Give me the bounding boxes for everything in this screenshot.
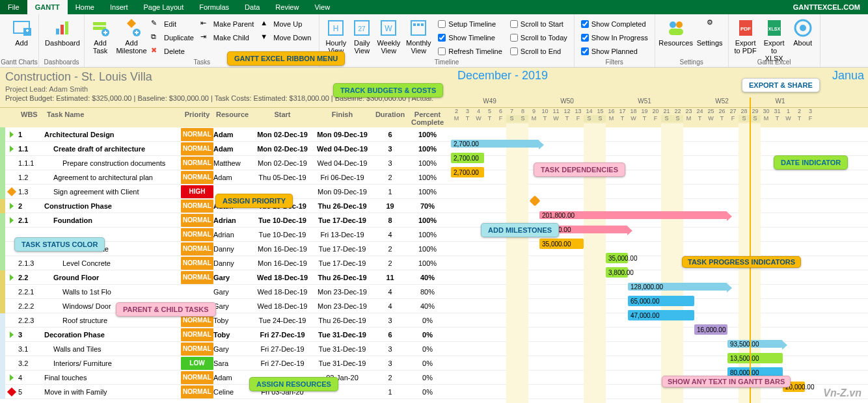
show-in-progress[interactable]: Show In Progress	[577, 31, 652, 44]
day-num: 8	[517, 108, 528, 115]
setup-timeline[interactable]: Setup Timeline	[434, 17, 506, 31]
show-planned[interactable]: Show Planned	[577, 44, 652, 58]
gantt-bar[interactable]: 65,000.00	[628, 296, 694, 306]
plus-icon	[12, 18, 31, 38]
expand-icon[interactable]	[10, 332, 14, 338]
cell-start: Mon 02-Dec-19	[252, 159, 312, 167]
cell-percent: 100%	[408, 131, 447, 138]
cell-resource: Celine	[213, 388, 252, 396]
col-task[interactable]: Task Name	[44, 108, 181, 127]
scroll-today[interactable]: Scroll to Today	[506, 31, 571, 44]
day-of-week: T	[772, 115, 783, 122]
col-resource[interactable]: Resource	[213, 108, 252, 127]
priority-badge: NORMAL	[181, 385, 213, 398]
move-down-button[interactable]: ▼Move Down	[259, 31, 316, 44]
gantt-bar[interactable]: 3,800.00	[606, 267, 628, 278]
settings-button[interactable]: ⚙Settings	[694, 16, 726, 49]
down-icon: ▼	[260, 32, 271, 43]
add-button[interactable]: Add	[3, 16, 40, 49]
callout-track-budgets: TRACK BUDGETS & COSTS	[333, 83, 443, 98]
resources-button[interactable]: Resources	[658, 16, 694, 49]
show-completed[interactable]: Show Completed	[577, 17, 652, 31]
dashboard-button[interactable]: Dashboard	[42, 16, 83, 49]
refresh-timeline[interactable]: Refresh Timeline	[434, 44, 506, 58]
export-pdf-button[interactable]: PDFExport to PDF	[731, 16, 760, 65]
menu-insert[interactable]: Insert	[102, 0, 136, 14]
day-of-week: S	[661, 115, 672, 122]
menu-file[interactable]: File	[0, 0, 27, 14]
scroll-end[interactable]: Scroll to End	[506, 44, 571, 58]
cell-duration: 3	[372, 159, 408, 167]
gantt-bar[interactable]: 47,000.00	[628, 310, 694, 320]
cell-percent: 100%	[408, 231, 447, 239]
menu-review[interactable]: Review	[267, 0, 306, 14]
gantt-bar[interactable]: 128,000.00	[628, 283, 727, 291]
group-gantt-excel: Gantt Excel	[729, 58, 820, 66]
gantt-bar[interactable]: 2,700.00	[451, 140, 539, 148]
svg-text:PDF: PDF	[740, 26, 751, 32]
move-up-button[interactable]: ▲Move Up	[259, 17, 316, 31]
monthly-view-button[interactable]: Monthly View	[403, 16, 434, 58]
daily-view-button[interactable]: 27Daily View	[349, 16, 374, 58]
cell-wbs: 3.2	[18, 359, 44, 367]
gantt-bar[interactable]: 2,700.00	[451, 153, 484, 163]
ribbon: Add Gantt Charts Dashboard Dashboards Ad…	[0, 14, 868, 68]
expand-icon[interactable]	[10, 274, 14, 281]
cell-percent: 100%	[408, 145, 447, 153]
day-of-week: T	[794, 115, 805, 122]
gantt-bar[interactable]: 2,700.00	[451, 167, 484, 177]
menu-gantt[interactable]: GANTT	[27, 0, 68, 14]
menu-page-layout[interactable]: Page Layout	[135, 0, 191, 14]
make-parent-button[interactable]: ⇤Make Parent	[199, 17, 259, 31]
cell-percent: 0%	[408, 359, 447, 367]
expand-icon[interactable]	[10, 374, 14, 381]
expand-icon[interactable]	[10, 131, 14, 138]
cell-resource: Adrian	[213, 231, 252, 239]
menu-view[interactable]: View	[306, 0, 338, 14]
cell-task: Level Concrete	[44, 259, 181, 267]
day-of-week: M	[528, 115, 539, 122]
cell-duration: 4	[372, 288, 408, 296]
gantt-bar[interactable]: 13,500.00	[727, 353, 783, 363]
col-duration[interactable]: Duration	[372, 108, 408, 127]
cell-task: Create draft of architecture	[44, 145, 181, 153]
cell-finish: Thu 26-Dec-19	[312, 274, 372, 281]
cell-finish: Thu 26-Dec-19	[312, 317, 372, 324]
edit-button[interactable]: ✎Edit	[150, 17, 199, 31]
col-finish[interactable]: Finish	[312, 108, 372, 127]
make-child-button[interactable]: ⇥Make Child	[199, 31, 259, 44]
col-percent[interactable]: Percent Complete	[408, 108, 447, 127]
expand-icon[interactable]	[10, 203, 14, 209]
add-milestone-button[interactable]: Add Milestone	[113, 16, 150, 58]
duplicate-button[interactable]: ⧉Duplicate	[150, 31, 199, 44]
day-of-week: W	[550, 115, 562, 122]
menu-data[interactable]: Data	[237, 0, 267, 14]
scroll-start[interactable]: Scroll to Start	[506, 17, 571, 31]
col-priority[interactable]: Priority	[181, 108, 213, 127]
delete-button[interactable]: ✖Delete	[150, 44, 199, 58]
cell-resource: Adrian	[213, 216, 252, 224]
gantt-bar[interactable]: 201,800.00	[539, 211, 727, 219]
cell-duration: 2	[372, 374, 408, 382]
cell-duration: 11	[372, 274, 408, 281]
gantt-bar[interactable]: 35,000.00	[606, 253, 628, 263]
col-wbs[interactable]: WBS	[18, 108, 44, 127]
cell-start: Tue 10-Dec-19	[252, 231, 312, 239]
weekly-view-button[interactable]: WWeekly View	[374, 16, 403, 58]
export-xlsx-button[interactable]: XLSXExport to XLSX	[760, 16, 789, 65]
expand-icon[interactable]	[10, 217, 14, 224]
menu-formulas[interactable]: Formulas	[191, 0, 237, 14]
show-timeline[interactable]: Show Timeline	[434, 31, 506, 44]
gantt-bar[interactable]	[530, 196, 541, 207]
gantt-bar[interactable]: 35,000.00	[539, 239, 584, 249]
week-label: W1	[761, 98, 800, 108]
expand-icon[interactable]	[10, 146, 14, 152]
menu-home[interactable]: Home	[68, 0, 102, 14]
cell-finish: Thu 26-Dec-19	[312, 202, 372, 210]
gantt-bar[interactable]: 93,500.00	[727, 340, 783, 348]
about-button[interactable]: About	[789, 16, 817, 65]
gantt-bar[interactable]: 16,000.00	[694, 324, 727, 335]
add-task-button[interactable]: Add Task	[87, 16, 113, 58]
cell-start: Fri 27-Dec-19	[252, 331, 312, 339]
col-start[interactable]: Start	[252, 108, 312, 127]
